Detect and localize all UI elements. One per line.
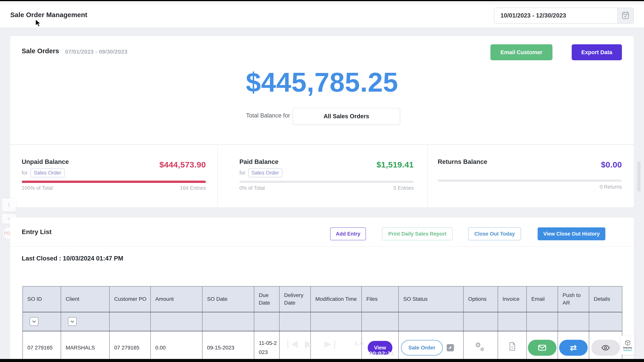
unpaid-entries-label: 164 Entries <box>180 185 206 191</box>
entry-list-card: Entry List Add Entry Print Daily Sales R… <box>10 218 634 359</box>
for-label: for <box>22 170 28 176</box>
cell-so-id: 07 279165 <box>23 331 61 359</box>
cell-client: MARSHALS <box>61 331 110 359</box>
cell-customer-po: 07 279165 <box>110 331 150 359</box>
returns-balance-title: Returns Balance <box>438 158 487 165</box>
chevron-down-icon <box>70 320 74 323</box>
ghost-export-icon: ⇪ <box>2 198 16 211</box>
page-title: Sale Order Management <box>10 11 87 19</box>
email-row-button[interactable] <box>528 340 556 356</box>
entry-table: SO ID Client Customer PO Amount SO Date … <box>22 286 622 359</box>
unpaid-balance-title: Unpaid Balance <box>22 158 69 165</box>
col-client[interactable]: Client <box>61 286 110 312</box>
email-customer-button[interactable]: Email Customer <box>490 44 552 60</box>
transfer-arrows-icon: ⇄ <box>570 344 577 352</box>
invoice-document-icon[interactable] <box>509 346 516 352</box>
sale-order-management-app: Sale Order Management 10/01/2023 - 12/30… <box>0 0 644 362</box>
col-files[interactable]: Files <box>362 286 398 312</box>
skip-forward-icon: ▶❘ <box>325 339 338 349</box>
skip-back-icon: ❘◀ <box>284 339 298 349</box>
balance-filter-dropdown[interactable]: All Sales Orders <box>292 108 400 125</box>
col-invoice[interactable]: Invoice <box>498 286 526 312</box>
col-push-to-ar[interactable]: Push to AR <box>558 286 589 312</box>
unpaid-percent-label: 100% of Total <box>22 185 53 191</box>
cube-logo-icon <box>624 339 631 346</box>
push-to-ar-button[interactable]: ⇄ <box>559 340 588 356</box>
vendor-watermark: Industry Software <box>621 336 634 355</box>
scrollbar-thumb[interactable] <box>637 161 640 192</box>
unpaid-balance-amount: $444,573.90 <box>159 160 206 169</box>
add-entry-button[interactable]: Add Entry <box>330 227 366 240</box>
cell-so-date: 09-15-2023 <box>202 331 254 359</box>
col-due-date[interactable]: Due Date <box>254 286 279 312</box>
close-out-today-button[interactable]: Close Out Today <box>468 227 521 240</box>
paid-balance-amount: $1,519.41 <box>376 160 414 169</box>
divider <box>10 246 634 247</box>
edit-status-icon[interactable] <box>447 344 454 351</box>
col-so-date[interactable]: SO Date <box>202 286 254 312</box>
returns-balance-card: Returns Balance $0.00 0 Returns <box>428 145 634 207</box>
letterbox-bottom <box>0 359 644 362</box>
col-amount[interactable]: Amount <box>150 286 202 312</box>
entry-list-title: Entry List <box>22 228 52 236</box>
so-status-pill[interactable]: Sale Order <box>401 340 443 356</box>
calendar-picker-button[interactable] <box>617 7 634 23</box>
calendar-check-icon <box>622 11 629 20</box>
print-daily-sales-report-button[interactable]: Print Daily Sales Report <box>382 227 453 240</box>
total-balance-amount: $445,785.25 <box>10 68 634 97</box>
paid-percent-label: 0% of Total <box>240 185 265 191</box>
returns-balance-amount: $0.00 <box>601 160 622 169</box>
so-id-filter-dropdown[interactable] <box>30 317 38 326</box>
envelope-icon <box>538 345 546 351</box>
col-email[interactable]: Email <box>526 286 558 312</box>
table-filter-row <box>23 312 622 331</box>
table-header-row: SO ID Client Customer PO Amount SO Date … <box>23 286 622 312</box>
watermark-line2: Software <box>623 349 632 351</box>
sale-orders-title: Sale Orders <box>22 47 59 55</box>
col-delivery-date[interactable]: Delivery Date <box>279 286 310 312</box>
options-gears-icon[interactable]: ⚙⚙ <box>474 341 488 352</box>
col-details[interactable]: Details <box>589 286 622 312</box>
export-data-button[interactable]: Export Data <box>572 44 622 60</box>
col-customer-po[interactable]: Customer PO <box>110 286 150 312</box>
unpaid-balance-card: Unpaid Balance for Sales Order $444,573.… <box>10 145 217 207</box>
table-row[interactable]: 07 279165 MARSHALS 07 279165 0.00 09-15-… <box>23 331 622 359</box>
top-bar: Sale Order Management 10/01/2023 - 12/30… <box>0 4 644 27</box>
chevron-down-icon <box>32 320 36 323</box>
col-so-id[interactable]: SO ID <box>23 286 61 312</box>
sales-order-badge: Sales Order <box>248 168 282 177</box>
total-balance-label: Total Balance for <box>10 112 290 119</box>
sale-orders-card: Sale Orders 07/01/2023 - 09/30/2023 Emai… <box>10 36 634 144</box>
returns-count-label: 0 Returns <box>600 184 622 190</box>
global-date-range-input[interactable]: 10/01/2023 - 12/30/2023 <box>494 7 617 23</box>
col-so-status[interactable]: SO Status <box>398 286 464 312</box>
playback-timestamp: 00:02:31 <box>369 351 394 357</box>
paid-balance-card: Paid Balance for Sales Order $1,519.41 0… <box>218 145 428 207</box>
sales-order-badge: Sales Order <box>30 168 65 177</box>
paid-entries-label: 5 Entries <box>393 185 414 191</box>
col-options[interactable]: Options <box>464 286 498 312</box>
pencil-icon <box>448 346 452 350</box>
details-button[interactable] <box>591 340 620 356</box>
sale-orders-date-range: 07/01/2023 - 09/30/2023 <box>65 49 128 55</box>
col-modification-time[interactable]: Modification Time <box>310 286 362 312</box>
pre-header-strip <box>0 1 644 4</box>
last-closed-label: Last Closed : 10/03/2024 01:47 PM <box>22 255 123 262</box>
watermark-line1: Industry <box>623 347 632 349</box>
play-icon: ▶ <box>305 338 312 350</box>
playback-speed-label: 1.0 <box>354 341 364 347</box>
unpaid-progress-bar <box>22 181 206 183</box>
cell-due-date: 11-05-2023 <box>254 331 279 359</box>
paid-balance-title: Paid Balance <box>240 158 278 165</box>
client-filter-dropdown[interactable] <box>68 317 77 326</box>
balance-summary-strip: Unpaid Balance for Sales Order $444,573.… <box>10 145 634 207</box>
cell-amount: 0.00 <box>150 331 202 359</box>
for-label: for <box>240 170 246 176</box>
eye-icon <box>601 345 610 351</box>
view-close-out-history-button[interactable]: View Close Out History <box>538 227 605 240</box>
